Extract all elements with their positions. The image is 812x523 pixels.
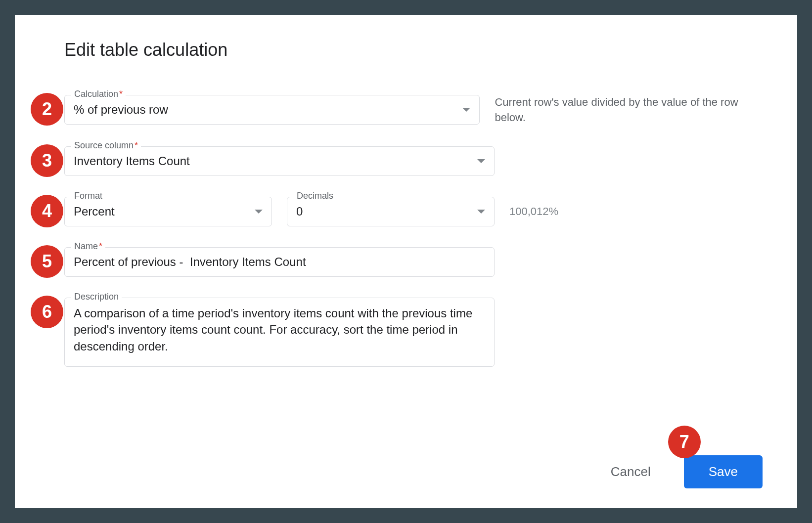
format-field[interactable]: Format Percent	[64, 197, 272, 226]
decimals-label: Decimals	[294, 191, 336, 201]
source-row: 3 Source column* Inventory Items Count	[64, 146, 763, 176]
cancel-button[interactable]: Cancel	[605, 460, 657, 483]
description-label: Description	[71, 292, 122, 302]
annotation-badge-7: 7	[668, 426, 701, 458]
calculation-row: 2 Calculation* % of previous row Current…	[64, 95, 763, 126]
name-row: 5 Name*	[64, 247, 763, 277]
dialog-footer: Cancel 7 Save	[605, 455, 763, 488]
save-button[interactable]: Save	[684, 455, 763, 488]
format-label: Format	[71, 191, 105, 201]
calculation-help: Current row's value divided by the value…	[495, 95, 763, 126]
source-field[interactable]: Source column* Inventory Items Count	[64, 146, 495, 176]
description-field[interactable]: Description	[64, 298, 495, 367]
chevron-down-icon	[462, 108, 470, 112]
chevron-down-icon	[477, 210, 485, 214]
calculation-value: % of previous row	[74, 103, 456, 117]
annotation-badge-3: 3	[31, 144, 63, 177]
name-label: Name*	[71, 241, 105, 252]
format-row: 4 Format Percent Decimals 0 100,012%	[64, 197, 763, 226]
edit-calculation-dialog: Edit table calculation 2 Calculation* % …	[15, 15, 797, 508]
description-row: 6 Description	[64, 298, 763, 367]
source-value: Inventory Items Count	[74, 154, 471, 168]
name-field[interactable]: Name*	[64, 247, 495, 277]
format-value: Percent	[74, 205, 249, 218]
annotation-badge-4: 4	[31, 195, 63, 227]
description-input[interactable]	[74, 305, 485, 359]
format-sample: 100,012%	[509, 205, 558, 218]
name-input[interactable]	[74, 255, 485, 269]
decimals-field[interactable]: Decimals 0	[287, 197, 495, 226]
annotation-badge-5: 5	[31, 245, 63, 278]
decimals-value: 0	[296, 205, 471, 218]
source-label: Source column*	[71, 140, 141, 151]
dialog-title: Edit table calculation	[64, 40, 763, 60]
calculation-field[interactable]: Calculation* % of previous row	[64, 95, 480, 125]
chevron-down-icon	[255, 210, 263, 214]
annotation-badge-6: 6	[31, 296, 63, 328]
annotation-badge-2: 2	[31, 93, 63, 126]
calculation-label: Calculation*	[71, 89, 126, 99]
chevron-down-icon	[477, 159, 485, 163]
